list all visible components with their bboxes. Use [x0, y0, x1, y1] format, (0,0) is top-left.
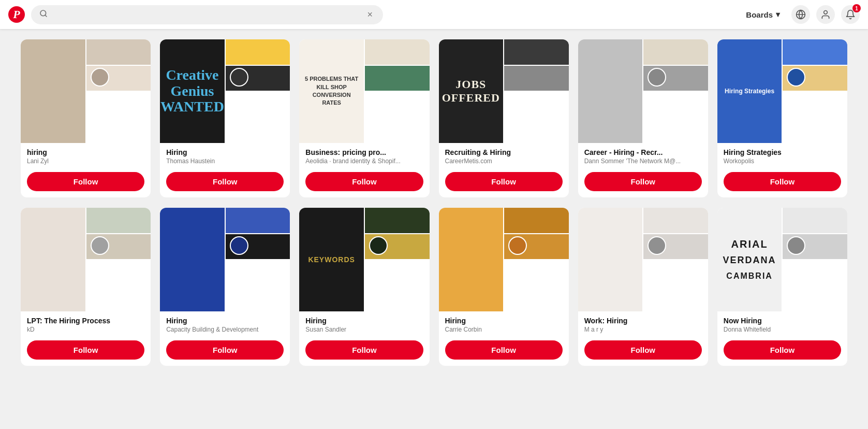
boards-dropdown[interactable]: Boards ▾	[741, 7, 785, 22]
board-image-bottom-right	[86, 66, 151, 91]
board-image-main	[578, 208, 643, 311]
pinterest-logo[interactable]: P	[8, 6, 25, 23]
avatar	[230, 68, 248, 87]
board-info: LPT: The Hiring ProcesskD	[21, 311, 151, 336]
chevron-down-icon: ▾	[776, 10, 780, 19]
board-title: Hiring	[166, 317, 284, 325]
follow-button[interactable]: Follow	[166, 172, 284, 191]
board-collage: Hiring Strategies	[717, 39, 847, 143]
board-image-main	[21, 208, 85, 311]
board-image-main	[160, 208, 225, 311]
follow-button[interactable]: Follow	[27, 340, 144, 360]
board-title: Work: Hiring	[584, 317, 702, 325]
board-card-b9: KEYWORDSHiringSusan SandlerFollow	[299, 208, 429, 366]
avatar	[91, 236, 109, 255]
search-icon	[39, 9, 48, 20]
boards-row-1: hiringLani ZylFollowCreative Genius WANT…	[21, 39, 847, 197]
board-image-top-right	[504, 208, 569, 233]
follow-button[interactable]: Follow	[166, 340, 284, 360]
svg-line-1	[45, 15, 47, 17]
search-input[interactable]: hiring	[52, 10, 361, 19]
board-owner: Carrie Corbin	[445, 326, 563, 333]
avatar	[787, 68, 805, 87]
board-info: hiringLani Zyl	[21, 143, 151, 168]
board-collage: 5 PROBLEMS THAT KILL SHOP CONVERSION RAT…	[299, 39, 429, 143]
board-card-b6: Hiring StrategiesHiring StrategiesWorkop…	[717, 39, 847, 197]
notification-badge: 1	[852, 4, 861, 12]
board-image-bottom-right	[86, 234, 151, 260]
board-image-bottom-right	[783, 66, 847, 91]
avatar	[508, 236, 527, 255]
board-image-main: KEYWORDS	[299, 208, 364, 311]
follow-button[interactable]: Follow	[445, 340, 563, 360]
board-collage	[578, 208, 708, 311]
board-image-bottom-right	[504, 66, 569, 91]
board-title: Now Hiring	[724, 317, 841, 325]
board-info: Hiring StrategiesWorkopolis	[717, 143, 847, 168]
avatar	[91, 68, 109, 87]
follow-button[interactable]: Follow	[724, 340, 841, 360]
board-image-top-right	[365, 208, 430, 233]
board-card-b1: hiringLani ZylFollow	[21, 39, 151, 197]
board-owner: Aeolidia · brand identity & Shopif...	[305, 158, 423, 165]
boards-label: Boards	[746, 10, 773, 19]
boards-row-2: LPT: The Hiring ProcesskDFollowHiringCap…	[21, 208, 847, 366]
board-title: Business: pricing pro...	[305, 148, 423, 156]
board-image-main: Hiring Strategies	[717, 39, 782, 143]
board-owner: Dann Sommer 'The Network M@...	[584, 158, 702, 165]
follow-button[interactable]: Follow	[445, 172, 563, 191]
board-image-bottom-right	[226, 66, 290, 91]
board-title: Hiring Strategies	[724, 148, 841, 156]
board-info: Recruiting & HiringCareerMetis.com	[439, 143, 569, 168]
board-owner: Workopolis	[724, 158, 841, 165]
board-image-top-right	[226, 39, 290, 65]
board-collage	[439, 208, 569, 311]
board-info: HiringCarrie Corbin	[439, 311, 569, 336]
avatar	[648, 236, 666, 255]
board-collage	[21, 39, 151, 143]
follow-button[interactable]: Follow	[305, 172, 423, 191]
board-collage	[21, 208, 151, 311]
avatar	[787, 236, 805, 255]
board-card-b10: HiringCarrie CorbinFollow	[439, 208, 569, 366]
board-card-b12: ARIALVERDANACAMBRIANow HiringDonna White…	[717, 208, 847, 366]
board-image-main	[21, 39, 85, 143]
board-image-top-right	[504, 39, 569, 65]
follow-button[interactable]: Follow	[305, 340, 423, 360]
user-icon-button[interactable]	[816, 5, 835, 24]
board-card-b7: LPT: The Hiring ProcesskDFollow	[21, 208, 151, 366]
follow-button[interactable]: Follow	[27, 172, 144, 191]
board-owner: Donna Whitefield	[724, 326, 841, 333]
board-title: Career - Hiring - Recr...	[584, 148, 702, 156]
board-card-b4: JOBS OFFEREDRecruiting & HiringCareerMet…	[439, 39, 569, 197]
avatar	[230, 236, 248, 255]
board-collage: KEYWORDS	[299, 208, 429, 311]
board-owner: Capacity Building & Development	[166, 326, 284, 333]
board-image-main	[439, 208, 504, 311]
notifications-button[interactable]: 1	[841, 5, 860, 24]
board-image-main	[578, 39, 643, 143]
board-image-top-right	[643, 39, 708, 65]
globe-icon-button[interactable]	[791, 5, 810, 24]
board-owner: Thomas Haustein	[166, 158, 284, 165]
board-image-main: ARIALVERDANACAMBRIA	[717, 208, 782, 311]
board-image-top-right	[86, 208, 151, 233]
board-info: Business: pricing pro...Aeolidia · brand…	[299, 143, 429, 168]
follow-button[interactable]: Follow	[724, 172, 841, 191]
search-clear-button[interactable]: ×	[365, 9, 375, 20]
main-content: hiringLani ZylFollowCreative Genius WANT…	[0, 29, 868, 387]
board-info: HiringThomas Haustein	[160, 143, 290, 168]
board-image-main: 5 PROBLEMS THAT KILL SHOP CONVERSION RAT…	[299, 39, 364, 143]
board-card-b5: Career - Hiring - Recr...Dann Sommer 'Th…	[578, 39, 708, 197]
follow-button[interactable]: Follow	[584, 172, 702, 191]
follow-button[interactable]: Follow	[584, 340, 702, 360]
board-image-bottom-right	[365, 234, 430, 260]
board-card-b11: Work: HiringM a r yFollow	[578, 208, 708, 366]
board-image-top-right	[783, 39, 847, 65]
svg-point-4	[824, 11, 828, 15]
board-info: HiringSusan Sandler	[299, 311, 429, 336]
board-image-bottom-right	[643, 66, 708, 91]
board-owner: CareerMetis.com	[445, 158, 563, 165]
main-header: P hiring × Boards ▾	[0, 0, 868, 29]
board-collage: ARIALVERDANACAMBRIA	[717, 208, 847, 311]
